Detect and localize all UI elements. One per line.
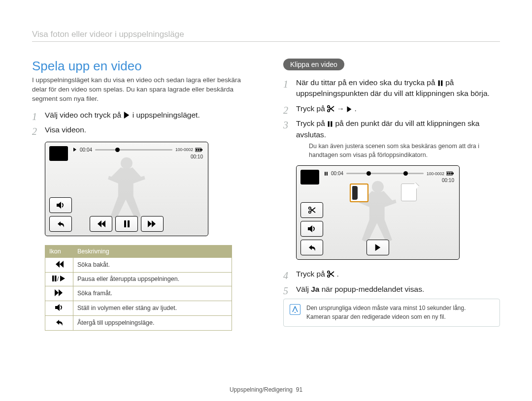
left-column: Spela upp en video I uppspelningsläget k…	[32, 59, 249, 331]
row-desc: Återgå till uppspelningsläge.	[73, 315, 232, 330]
row-icon-back	[45, 315, 73, 330]
r-step-2: Tryck på → .	[283, 103, 500, 114]
tip-line-2: Kameran sparar den redigerade videon som…	[306, 313, 466, 321]
r-step-3: Tryck på på den punkt där du vill att kl…	[283, 118, 500, 159]
step-2-text: Visa videon.	[45, 125, 86, 134]
pause-indicator-icon	[324, 172, 328, 176]
r-step-1: När du tittar på en video ska du trycka …	[283, 77, 500, 99]
step-1: Välj video och tryck på i uppspelningslä…	[32, 110, 249, 121]
r-step-2-b: .	[355, 104, 357, 113]
row-icon-rewind	[45, 257, 73, 272]
r-step-4-b: .	[336, 270, 338, 278]
r-step-3-a: Tryck på	[296, 119, 327, 127]
trim-start-handle[interactable]	[350, 184, 368, 202]
scissors-button[interactable]	[300, 202, 323, 218]
th-desc: Beskrivning	[73, 245, 232, 257]
battery-icon	[446, 171, 454, 176]
footer-page: 91	[296, 386, 302, 393]
file-number: 100-0002	[427, 171, 444, 176]
row-desc: Ställ in volymen eller stäng av ljudet.	[73, 301, 232, 315]
thumbnail-box	[300, 170, 319, 185]
r-step-3-note: Du kan även justera scenen som ska beskä…	[309, 142, 500, 159]
row-icon-forward	[45, 286, 73, 301]
row-desc: Söka bakåt.	[73, 257, 232, 272]
volume-button[interactable]	[49, 197, 72, 213]
battery-icon	[195, 148, 203, 152]
r-step-2-arrow: →	[336, 104, 346, 113]
row-icon-pauseplay	[45, 272, 73, 286]
pause-icon	[327, 121, 333, 127]
step-1-text-a: Välj video och tryck på	[45, 111, 123, 119]
file-number: 100-0002	[175, 147, 193, 152]
r-step-5-bold: Ja	[311, 285, 319, 293]
row-desc: Söka framåt.	[73, 286, 232, 301]
r-step-5-a: Välj	[296, 285, 311, 293]
scissors-icon	[327, 105, 334, 112]
th-icon: Ikon	[45, 245, 73, 257]
r-step-4: Tryck på .	[283, 269, 500, 279]
breadcrumb: Visa foton eller videor i uppspelningslä…	[32, 30, 500, 42]
video-trim-illustration: 00:04 100-0002 00:10	[296, 165, 460, 260]
page-footer: Uppspelning/Redigering 91	[0, 386, 532, 393]
tip-icon	[290, 304, 300, 315]
thumbnail-box	[49, 146, 68, 161]
subsection-badge: Klippa en video	[283, 59, 344, 70]
play-button[interactable]	[366, 240, 389, 255]
play-icon	[123, 112, 130, 119]
icon-table: Ikon Beskrivning Söka bakåt. Pausa eller…	[45, 245, 232, 331]
video-player-illustration: 00:04 100-0002 00:10	[45, 142, 208, 236]
step-2: Visa videon.	[32, 124, 249, 135]
row-desc: Pausa eller återuppta uppspelningen.	[73, 272, 232, 286]
r-step-5: Välj Ja när popup-meddelandet visas.	[283, 284, 500, 295]
step-1-text-b: i uppspelningsläget.	[133, 111, 200, 119]
forward-button[interactable]	[141, 216, 164, 232]
trim-end-handle[interactable]	[401, 184, 417, 201]
elapsed-time: 00:04	[80, 147, 92, 153]
row-icon-volume	[45, 301, 73, 315]
volume-button[interactable]	[300, 221, 323, 237]
tip-line-1: Den ursprungliga videon måste vara minst…	[306, 304, 466, 312]
pause-button[interactable]	[115, 216, 138, 232]
play-indicator-icon	[73, 148, 77, 152]
r-step-1-a: När du tittar på en video ska du trycka …	[296, 78, 437, 87]
section-title: Spela upp en video	[32, 59, 249, 74]
r-step-2-a: Tryck på	[296, 104, 327, 113]
r-step-4-a: Tryck på	[296, 270, 327, 278]
scissors-icon	[327, 271, 334, 278]
total-time: 00:10	[191, 154, 203, 159]
pause-icon	[437, 80, 443, 86]
footer-section: Uppspelning/Redigering	[230, 386, 293, 393]
rewind-button[interactable]	[90, 216, 112, 232]
elapsed-time: 00:04	[331, 171, 343, 176]
total-time: 00:10	[442, 178, 454, 183]
tip-box: Den ursprungliga videon måste vara minst…	[283, 299, 500, 327]
r-step-5-b: när popup-meddelandet visas.	[322, 285, 425, 293]
play-icon	[346, 106, 352, 112]
intro-text: I uppspelningsläget kan du visa en video…	[32, 76, 249, 104]
right-column: Klippa en video När du tittar på en vide…	[283, 59, 500, 331]
